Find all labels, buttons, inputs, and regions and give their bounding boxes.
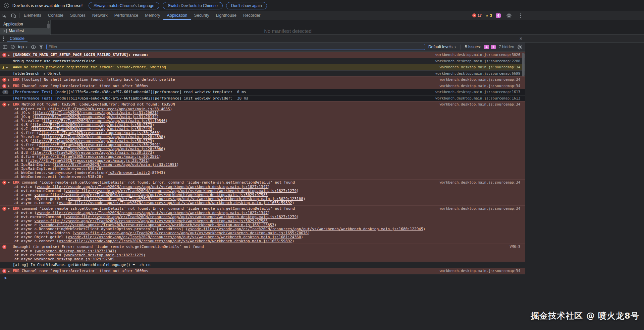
source-link[interactable]: VM6:3 xyxy=(509,245,520,249)
message-gutter: ×▶ xyxy=(2,84,10,88)
device-toolbar-icon[interactable] xyxy=(9,11,18,20)
console-message-log: [ai-ng] In ChatViewPane, getWorkbenchLoc… xyxy=(0,262,525,268)
console-settings-icon[interactable] xyxy=(517,45,522,50)
source-link[interactable]: workbench.desktop.main.js:sourcemap:34 xyxy=(440,102,520,106)
prompt-chevron: > xyxy=(4,276,7,280)
devtools-main-toolbar: ElementsConsoleSourcesNetworkPerformance… xyxy=(0,11,644,20)
tab-performance[interactable]: Performance xyxy=(111,11,142,20)
error-icon: × xyxy=(2,103,6,107)
error-icon: × xyxy=(2,53,6,57)
tab-recorder[interactable]: Recorder xyxy=(240,11,264,20)
application-panel: Application Manifest ▲ No manifest detec… xyxy=(0,20,644,35)
issue-count-chip[interactable]: 1 xyxy=(491,45,496,49)
expand-triangle-icon[interactable]: ▶ xyxy=(8,207,10,210)
console-message-error: ×▶ERR [tooling] No shell integration fou… xyxy=(0,76,525,83)
drawer-tabbar: Console × xyxy=(0,35,644,43)
toolbar-divider xyxy=(461,45,461,50)
warning-count-badge[interactable]: ▲ 3 xyxy=(485,13,492,17)
source-link[interactable]: workbench.desktop.main.js:sourcemap:1613 xyxy=(435,90,520,94)
expand-triangle-icon[interactable]: ▶ xyxy=(8,270,10,273)
info-icon: i xyxy=(4,3,9,8)
tab-console-drawer[interactable]: Console xyxy=(7,35,28,42)
expand-triangle-icon[interactable]: ▶ xyxy=(8,103,10,106)
toolbar-divider xyxy=(19,13,19,18)
levels-label: Default levels xyxy=(428,45,452,49)
more-options-icon[interactable] xyxy=(517,11,524,20)
console-message-warn: ▲!▶WARN No search provider registered fo… xyxy=(0,64,525,70)
source-link[interactable]: workbench.desktop.main.js:sourcemap:3026 xyxy=(435,53,520,57)
stack-link[interactable]: workbench.desktop.main.js:3029:97585 xyxy=(35,257,114,261)
tab-lighthouse[interactable]: Lighthouse xyxy=(213,11,240,20)
console-message-error: ×▶[SANDBOX_TO_MAIN_GET_SETUP_PAGE_LOGIN_… xyxy=(0,52,525,58)
source-link[interactable]: workbench.desktop.main.js:sourcemap:34 xyxy=(440,84,520,88)
manifest-view: No manifest detected xyxy=(51,20,644,35)
source-link[interactable]: workbench.desktop.main.js:sourcemap:34 xyxy=(440,269,520,273)
tab-security[interactable]: Security xyxy=(191,11,213,20)
message-gutter: × xyxy=(2,245,6,249)
source-link[interactable]: workbench.desktop.main.js:sourcemap:34 xyxy=(440,180,520,184)
source-link[interactable]: workbench.desktop.main.js:sourcemap:6699 xyxy=(435,71,520,75)
message-gutter: ×▶ xyxy=(2,269,10,273)
tab-memory[interactable]: Memory xyxy=(142,11,163,20)
stack-link[interactable]: vscode-file://vscode-app/e:/Trae%20CN/re… xyxy=(59,239,292,243)
application-sidebar: Application Manifest ▲ xyxy=(0,20,51,35)
filter-input[interactable] xyxy=(46,44,425,50)
source-link[interactable]: workbench.desktop.main.js:sourcemap:1613 xyxy=(435,96,520,100)
tab-application[interactable]: Application xyxy=(163,11,191,20)
expand-triangle-icon[interactable]: ▶ xyxy=(8,84,10,87)
message-gutter: ▲!▶ xyxy=(2,65,8,69)
drawer-menu-icon[interactable] xyxy=(0,35,7,42)
dock-panel-icon[interactable] xyxy=(3,45,7,49)
issues-count-badge[interactable]: 4 xyxy=(496,13,501,18)
issues-chips: 41 xyxy=(484,45,496,49)
message-gutter: ×▶ xyxy=(2,53,10,57)
source-link[interactable]: workbench.desktop.main.js:sourcemap:2288 xyxy=(435,59,520,63)
clear-console-icon[interactable] xyxy=(10,45,15,49)
expand-triangle-icon[interactable]: ▶ xyxy=(8,181,10,184)
console-toolbar: top ▼ Default levels ▼ 5 Issues: 41 7 hi… xyxy=(0,43,525,52)
scroll-up-icon[interactable]: ▲ xyxy=(48,20,50,23)
sidebar-scrollbar[interactable]: ▲ xyxy=(47,20,50,34)
tab-network[interactable]: Network xyxy=(89,11,111,20)
context-selector[interactable]: top ▼ xyxy=(18,45,28,49)
source-link[interactable]: workbench.desktop.main.js:sourcemap:34 xyxy=(440,77,520,81)
close-icon[interactable]: × xyxy=(517,35,525,42)
tab-sources[interactable]: Sources xyxy=(67,11,89,20)
infobar-button[interactable]: Switch DevTools to Chinese xyxy=(163,2,223,9)
console-messages-area: ×▶[SANDBOX_TO_MAIN_GET_SETUP_PAGE_LOGIN_… xyxy=(0,52,644,330)
console-scrollbar[interactable] xyxy=(522,53,525,76)
error-icon: × xyxy=(2,78,6,82)
error-count: 17 xyxy=(478,13,482,17)
console-prompt[interactable]: > xyxy=(0,274,525,281)
toolbar-right-cluster: × 17 ▲ 3 4 xyxy=(472,11,524,20)
console-message-error: ×▶ERR command 'icube-remote-ssh.getConne… xyxy=(0,205,525,244)
issue-count-chip[interactable]: 4 xyxy=(484,45,489,49)
error-count-badge[interactable]: × 17 xyxy=(472,13,482,17)
console-message-log: folderSearch ▶ Objectworkbench.desktop.m… xyxy=(0,70,525,77)
expand-triangle-icon[interactable]: ▶ xyxy=(6,66,8,69)
eye-icon[interactable] xyxy=(31,45,36,50)
source-link[interactable]: workbench.desktop.main.js:sourcemap:34 xyxy=(440,65,520,69)
issues-label: 5 Issues: xyxy=(465,45,481,49)
infobar-button[interactable]: Don't show again xyxy=(226,2,267,9)
error-icon: × xyxy=(2,181,6,185)
infobar-button[interactable]: Always match Chrome's language xyxy=(89,2,159,9)
sidebar-item-manifest[interactable]: Manifest xyxy=(0,28,50,34)
warning-icon: ▲! xyxy=(2,65,5,69)
source-link[interactable]: workbench.desktop.main.js:sourcemap:34 xyxy=(440,206,520,210)
tab-console[interactable]: Console xyxy=(45,11,67,20)
expand-triangle-icon[interactable]: ▶ xyxy=(8,54,10,57)
expand-triangle-icon[interactable]: ▶ xyxy=(8,78,10,81)
manifest-icon xyxy=(3,29,7,33)
tab-elements[interactable]: Elements xyxy=(20,11,45,20)
inspect-icon[interactable] xyxy=(0,11,9,20)
repeat-count-badge: 2 xyxy=(2,90,8,94)
hidden-messages[interactable]: 7 hidden xyxy=(499,45,514,49)
stack-link[interactable]: js2c/browser_init:2 xyxy=(108,171,150,175)
levels-dropdown[interactable]: Default levels ▼ xyxy=(428,45,457,49)
console-message-error: ×▶ERR Method not found: toJSON: CodeExpe… xyxy=(0,101,525,179)
scrollbar-thumb[interactable] xyxy=(47,23,50,28)
settings-icon[interactable] xyxy=(504,13,514,18)
sidebar-item-label: Manifest xyxy=(9,28,24,33)
stack-link[interactable]: vscode-file://vscode-app/e:/Trae%20CN/re… xyxy=(59,201,292,205)
